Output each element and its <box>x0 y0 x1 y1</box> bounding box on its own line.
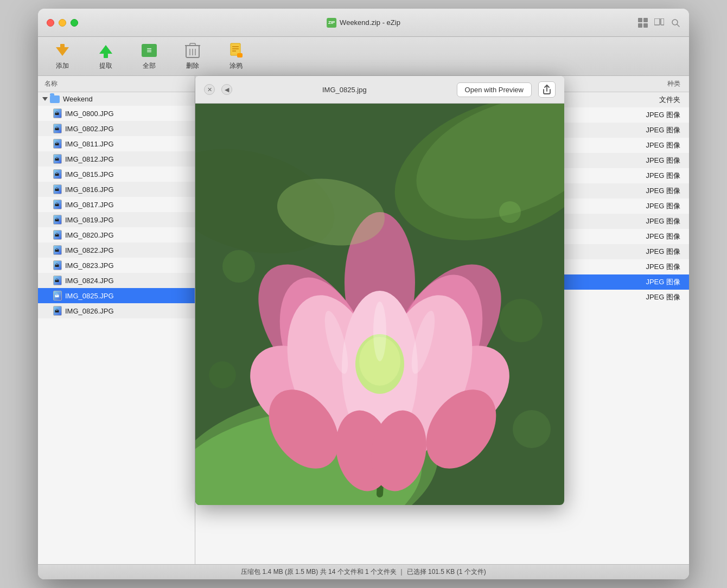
svg-marker-4 <box>56 47 69 56</box>
svg-line-3 <box>677 24 679 27</box>
lotus-svg <box>195 104 564 505</box>
preview-pane-button[interactable] <box>654 18 664 28</box>
list-item[interactable]: IMG_0823.JPG <box>38 258 195 273</box>
list-item[interactable]: IMG_0819.JPG <box>38 212 195 227</box>
grid-icon <box>638 18 648 28</box>
maximize-button[interactable] <box>71 19 78 27</box>
content-area: 名称 Weekend IMG_0800.JPG IMG_0802.JPG IMG… <box>38 76 689 564</box>
search-button[interactable] <box>671 18 680 28</box>
preview-image <box>195 104 564 505</box>
extract-icon <box>97 42 114 59</box>
all-button[interactable]: 全部 <box>136 42 163 71</box>
list-item[interactable]: IMG_0811.JPG <box>38 136 195 151</box>
delete-icon <box>184 42 201 59</box>
svg-rect-10 <box>190 43 195 46</box>
share-icon <box>543 85 551 94</box>
svg-point-50 <box>373 302 386 361</box>
add-icon <box>54 42 71 59</box>
list-item[interactable]: IMG_0817.JPG <box>38 197 195 212</box>
status-bar: 压缩包 1.4 MB (原 1.5 MB) 共 14 个文件和 1 个文件夹 ｜… <box>38 564 689 579</box>
toolbar: 添加 提取 全部 <box>38 37 689 76</box>
title-bar: ZIP Weekend.zip - eZip <box>38 9 689 37</box>
image-file-icon <box>53 108 62 118</box>
svg-point-28 <box>513 410 551 448</box>
svg-rect-18 <box>237 53 243 57</box>
open-with-preview-button[interactable]: Open with Preview <box>457 82 532 97</box>
close-button[interactable] <box>47 19 54 27</box>
preview-header: ✕ ◀ IMG_0825.jpg Open with Preview <box>195 76 564 104</box>
image-file-icon <box>53 200 62 209</box>
file-panel-header: 名称 <box>38 76 195 92</box>
image-file-icon <box>53 169 62 179</box>
svg-marker-6 <box>99 45 112 54</box>
image-file-icon <box>53 124 62 133</box>
app-window: ZIP Weekend.zip - eZip <box>38 9 689 579</box>
svg-point-29 <box>499 201 521 223</box>
svg-rect-0 <box>654 18 660 25</box>
traffic-lights <box>47 19 78 27</box>
image-file-icon <box>53 276 62 285</box>
image-file-icon <box>53 139 62 149</box>
paint-button[interactable]: 涂鸦 <box>222 42 250 71</box>
list-item-selected[interactable]: IMG_0825.JPG <box>38 288 195 303</box>
svg-rect-1 <box>661 18 664 25</box>
window-title: ZIP Weekend.zip - eZip <box>327 18 400 28</box>
image-file-icon <box>53 154 62 164</box>
svg-point-25 <box>222 250 255 283</box>
svg-rect-5 <box>60 44 65 48</box>
list-item[interactable]: IMG_0815.JPG <box>38 167 195 182</box>
share-button[interactable] <box>538 81 556 98</box>
list-item[interactable]: IMG_0824.JPG <box>38 273 195 288</box>
svg-rect-7 <box>104 54 108 58</box>
image-file-icon <box>53 230 62 240</box>
preview-pane-icon <box>654 18 664 27</box>
file-panel: 名称 Weekend IMG_0800.JPG IMG_0802.JPG IMG… <box>38 76 195 564</box>
preview-close-button[interactable]: ✕ <box>204 84 215 95</box>
list-item[interactable]: IMG_0826.JPG <box>38 303 195 318</box>
svg-point-26 <box>499 299 543 342</box>
image-file-icon <box>53 184 62 194</box>
preview-back-button[interactable]: ◀ <box>221 84 232 95</box>
zip-icon: ZIP <box>327 18 336 28</box>
svg-point-27 <box>209 361 236 388</box>
list-item[interactable]: IMG_0816.JPG <box>38 182 195 197</box>
add-button[interactable]: 添加 <box>49 42 76 71</box>
preview-panel: ✕ ◀ IMG_0825.jpg Open with Preview <box>195 76 564 505</box>
image-file-icon <box>53 291 62 301</box>
list-item[interactable]: IMG_0822.JPG <box>38 242 195 258</box>
list-item[interactable]: IMG_0812.JPG <box>38 151 195 167</box>
image-file-icon <box>53 260 62 270</box>
list-item[interactable]: IMG_0820.JPG <box>38 227 195 242</box>
image-file-icon <box>53 215 62 225</box>
image-file-icon <box>53 245 62 255</box>
extract-button[interactable]: 提取 <box>92 42 119 71</box>
grid-view-button[interactable] <box>638 18 648 28</box>
paint-icon <box>227 42 245 59</box>
preview-filename: IMG_0825.jpg <box>239 86 450 94</box>
search-icon <box>671 18 680 27</box>
folder-icon <box>50 95 60 103</box>
delete-button[interactable]: 删除 <box>179 42 206 71</box>
list-item[interactable]: IMG_0800.JPG <box>38 106 195 121</box>
chevron-down-icon <box>42 97 48 101</box>
list-item[interactable]: IMG_0802.JPG <box>38 121 195 136</box>
title-bar-right <box>638 18 680 28</box>
all-icon <box>141 42 158 59</box>
folder-row[interactable]: Weekend <box>38 92 195 106</box>
minimize-button[interactable] <box>59 19 66 27</box>
image-file-icon <box>53 306 62 316</box>
